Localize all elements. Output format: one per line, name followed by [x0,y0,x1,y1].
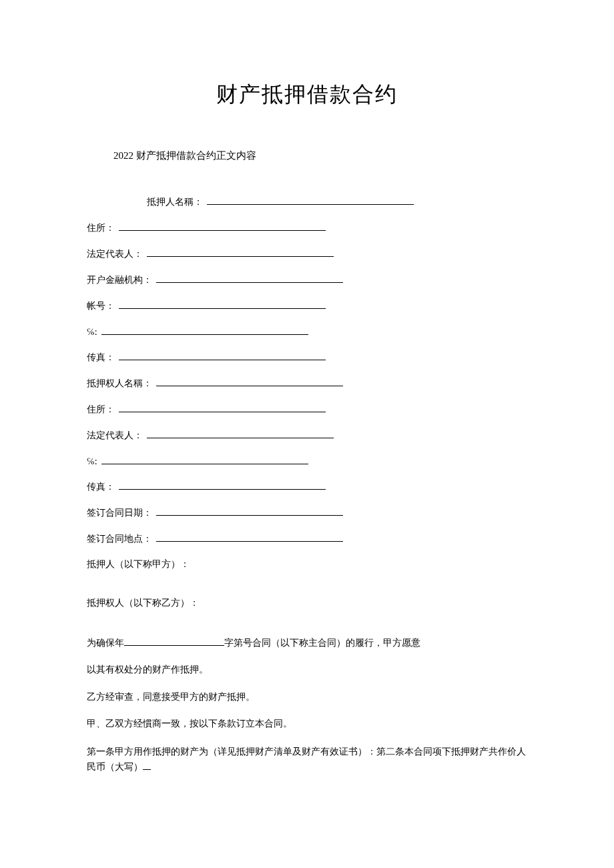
label-account: 帐号： [87,300,115,312]
blank-year [124,637,224,646]
label-fax2: 传真： [87,481,115,493]
body-line5: 第一条甲方用作抵押的财产为（详见抵押财产清单及财产有效证书）：第二条本合同项下抵… [87,744,527,776]
blank-address2 [119,403,326,412]
field-mortgagor-name: 抵押人名稱： [147,195,527,208]
field-phone2: ℅: [87,455,527,467]
field-sign-date: 签订合同日期： [87,506,527,519]
label-legal-rep1: 法定代表人： [87,248,143,260]
document-title: 财产抵押借款合约 [87,80,527,109]
field-phone1: ℅: [87,326,527,338]
label-mortgagor-name: 抵押人名稱： [147,196,203,208]
blank-bank [156,274,343,283]
blank-sign-place [156,532,343,542]
blank-fax1 [119,351,326,360]
body-line1-suffix: 字第号合同（以下称主合同）的履行，甲方愿意 [224,638,420,648]
body-line5-text: 第一条甲方用作抵押的财产为（详见抵押财产清单及财产有效证书）：第二条本合同项下抵… [87,747,526,773]
body-line4: 甲、乙双方经慣商一致，按以下条款订立本合同。 [87,717,527,731]
body-line3: 乙方经审查，同意接受甲方的财产抵押。 [87,690,527,705]
blank-sign-date [156,506,343,516]
blank-phone1 [101,326,308,335]
label-mortgagee-name: 抵押权人名稱： [87,378,152,390]
label-address2: 住所： [87,404,115,416]
field-account: 帐号： [87,300,527,312]
field-mortgagee-name: 抵押权人名稱： [87,377,527,390]
body-line1: 为确保年字第号合同（以下称主合同）的履行，甲方愿意 [87,636,527,650]
label-sign-date: 签订合同日期： [87,507,152,519]
party-b-label: 抵押权人（以下称乙方）： [87,597,527,609]
label-bank: 开户金融机构： [87,274,152,286]
field-address1: 住所： [87,222,527,234]
blank-account [119,300,326,309]
field-fax2: 传真： [87,480,527,493]
label-fax1: 传真： [87,352,115,364]
blank-mortgagor-name [207,195,414,205]
label-sign-place: 签订合同地点： [87,533,152,545]
field-bank: 开户金融机构： [87,274,527,286]
body-line2: 以其有权处分的财产作抵押。 [87,663,527,677]
label-address1: 住所： [87,222,115,234]
blank-phone2 [101,455,308,464]
party-a-label: 抵押人（以下称甲方）： [87,558,527,570]
blank-legal-rep2 [147,429,334,438]
field-legal-rep2: 法定代表人： [87,429,527,442]
field-sign-place: 签订合同地点： [87,532,527,545]
blank-mortgagee-name [156,377,343,386]
field-legal-rep1: 法定代表人： [87,248,527,260]
field-fax1: 传真： [87,351,527,364]
label-phone1: ℅: [87,327,97,338]
blank-address1 [119,222,326,231]
label-legal-rep2: 法定代表人： [87,430,143,442]
document-subtitle: 2022 财产抵押借款合约正文内容 [113,149,527,162]
blank-legal-rep1 [147,248,334,257]
blank-amount [143,761,151,770]
body-line1-prefix: 为确保年 [87,638,124,648]
field-address2: 住所： [87,403,527,416]
blank-fax2 [119,480,326,490]
label-phone2: ℅: [87,456,97,467]
